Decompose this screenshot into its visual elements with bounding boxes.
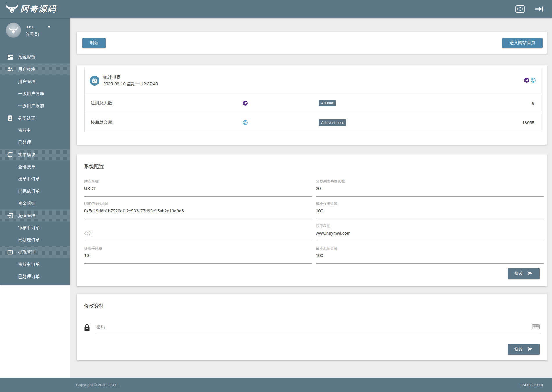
profile-submit-button[interactable]: 修改: [508, 344, 540, 355]
system-config-card: 系统配置 站点名称 分页列表每页条数 USDT钱包地址 最小投资金额: [77, 154, 547, 286]
password-input[interactable]: [96, 324, 529, 329]
stats-header-icons: [524, 78, 536, 84]
chevron-down-icon[interactable]: [48, 26, 50, 28]
sidebar-item-auth-pending[interactable]: 审核中: [0, 124, 70, 136]
min-recharge-field: 最小充值金额: [316, 241, 544, 264]
sidebar-menu: 系统配置 用户模块 用户管理 一级用户管理 一级用户添加 身份认证 审核中 已处…: [0, 51, 70, 283]
config-submit-button[interactable]: 修改: [508, 268, 540, 279]
config-form: 站点名称 分页列表每页条数 USDT钱包地址 最小投资金额: [84, 174, 544, 264]
withdraw-fee-input[interactable]: [84, 253, 312, 258]
stats-title: 统计报表: [103, 75, 158, 80]
fullscreen-icon[interactable]: [515, 5, 525, 13]
wallet-address-field: USDT钱包地址: [84, 197, 312, 219]
sidebar-item-orders-active[interactable]: 接单中订单: [0, 173, 70, 185]
sidebar: ID:1 管理员! 系统配置 用户模块 用户管理 一级用户管理 一级: [0, 18, 70, 285]
site-name-input[interactable]: [84, 186, 312, 191]
stats-row-users: 注册总人数 AllUser 8: [85, 93, 541, 113]
sidebar-item-funds-detail[interactable]: 资金明细: [0, 197, 70, 209]
purple-plane-icon: [243, 101, 319, 106]
brand[interactable]: 阿奇源码: [5, 3, 57, 15]
announcement-input[interactable]: [84, 231, 312, 236]
stats-header: 统计报表 2020-08-10 星期一 12:37:40: [85, 68, 541, 93]
sidebar-item-recharge-manage[interactable]: 充值管理: [0, 209, 70, 222]
sidebar-item-orders-finished[interactable]: 已完成订单: [0, 185, 70, 197]
sidebar-item-user-module[interactable]: 用户模块: [0, 63, 70, 75]
stats-title-wrap: 统计报表 2020-08-10 星期一 12:37:40: [103, 75, 158, 87]
stat-value: 8: [532, 101, 534, 106]
dashboard-icon: [6, 55, 15, 60]
lock-icon: [84, 324, 90, 332]
keyboard-icon: [532, 324, 540, 329]
min-invest-input[interactable]: [316, 208, 544, 213]
stats-table: 统计报表 2020-08-10 星期一 12:37:40 注册总人数: [84, 68, 541, 132]
send-icon: [527, 347, 533, 352]
id-card-icon: [6, 115, 15, 121]
stats-datetime: 2020-08-10 星期一 12:37:40: [103, 81, 158, 87]
section-title: 系统配置: [84, 163, 544, 170]
profile-id-row[interactable]: ID:1: [26, 24, 70, 29]
orders-icon: [6, 151, 15, 158]
main-content: 刷新 进入网站首页 统计报表 2020-08-10 星期一 12:37:40: [70, 18, 552, 378]
page-size-input[interactable]: [316, 186, 544, 191]
contact-field: 联系我们: [316, 219, 544, 241]
sidebar-item-recharge-pending[interactable]: 审核中订单: [0, 222, 70, 234]
footer: Copyright © 2020 USDT . USDT(China): [0, 378, 552, 392]
stats-card: 统计报表 2020-08-10 星期一 12:37:40 注册总人数: [77, 65, 547, 145]
send-icon: [527, 271, 533, 276]
brand-title: 阿奇源码: [21, 3, 57, 15]
site-name-field: 站点名称: [84, 174, 312, 197]
contact-input[interactable]: [316, 231, 544, 236]
status-badge: AllUser: [319, 100, 336, 106]
sidebar-item-user-manage[interactable]: 用户管理: [0, 75, 70, 88]
edit-profile-card: 修改资料 修改: [77, 294, 547, 360]
sidebar-item-orders-all[interactable]: 全部接单: [0, 161, 70, 173]
purple-plane-icon: [524, 78, 529, 84]
sidebar-item-withdraw-manage[interactable]: 提现管理: [0, 246, 70, 258]
top-bar: 阿奇源码: [0, 0, 552, 18]
page-size-field: 分页列表每页条数: [316, 174, 544, 197]
password-field: [96, 321, 540, 333]
password-row: [84, 321, 540, 333]
recharge-icon: [6, 213, 15, 218]
wallet-address-input[interactable]: [84, 208, 312, 213]
topbar-actions: [515, 5, 543, 13]
user-role: 管理员!: [26, 32, 70, 37]
sidebar-item-order-module[interactable]: 接单模块: [0, 149, 70, 161]
refresh-button[interactable]: 刷新: [82, 38, 106, 48]
footer-region-text: USDT(China): [520, 383, 543, 387]
avatar[interactable]: [6, 23, 21, 38]
copyright-text: Copyright © 2020 USDT .: [76, 383, 120, 387]
blue-swirl-icon: [531, 78, 536, 84]
min-invest-field: 最小投资金额: [316, 197, 544, 219]
withdraw-fee-field: 提现手续费: [84, 241, 312, 264]
stats-row-investment: 接单总金额 AllInvestment 18055: [85, 113, 541, 132]
sidebar-item-level1-user-manage[interactable]: 一级用户管理: [0, 88, 70, 100]
sidebar-item-withdraw-pending[interactable]: 审核中订单: [0, 258, 70, 270]
sidebar-item-identity-auth[interactable]: 身份认证: [0, 112, 70, 124]
sidebar-item-withdraw-processed[interactable]: 已处理订单: [0, 270, 70, 283]
sidebar-item-system-config[interactable]: 系统配置: [0, 51, 70, 63]
users-icon: [6, 67, 15, 72]
withdraw-icon: [6, 249, 15, 255]
profile-block: ID:1 管理员!: [0, 18, 70, 47]
status-badge: AllInvestment: [319, 119, 346, 126]
profile-info: ID:1 管理员!: [26, 23, 70, 47]
sidebar-item-recharge-processed[interactable]: 已处理订单: [0, 234, 70, 246]
sidebar-item-level1-user-add[interactable]: 一级用户添加: [0, 100, 70, 112]
enter-site-button[interactable]: 进入网站首页: [502, 38, 543, 48]
bull-logo-icon: [5, 3, 19, 15]
min-recharge-input[interactable]: [316, 253, 544, 258]
stat-value: 18055: [522, 120, 534, 125]
toolbar-card: 刷新 进入网站首页: [77, 32, 547, 54]
announcement-field: [84, 219, 312, 241]
user-id: ID:1: [26, 24, 34, 29]
section-title: 修改资料: [84, 302, 540, 309]
blue-swirl-icon: [243, 120, 319, 125]
sidebar-item-auth-processed[interactable]: 已处理: [0, 136, 70, 149]
stat-label: 接单总金额: [91, 120, 243, 125]
logout-icon[interactable]: [535, 6, 543, 12]
calendar-icon: [90, 76, 99, 86]
admin-app: 阿奇源码: [0, 0, 552, 392]
stat-label: 注册总人数: [91, 100, 243, 106]
